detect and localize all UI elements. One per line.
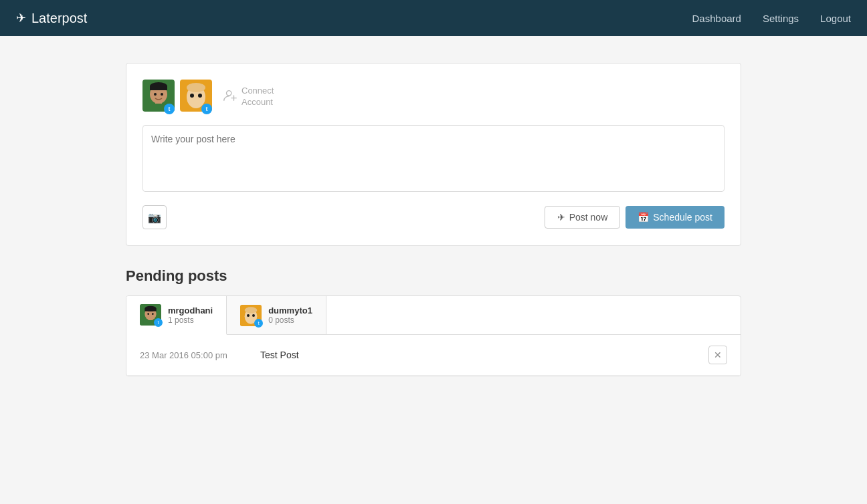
post-now-button[interactable]: ✈ Post now bbox=[545, 206, 621, 229]
pending-card: t mrgodhani 1 posts bbox=[126, 295, 741, 376]
svg-point-28 bbox=[245, 307, 258, 313]
post-now-label: Post now bbox=[569, 212, 608, 223]
main-content: t t bbox=[112, 63, 755, 376]
tab-posts-count-1: 1 posts bbox=[168, 316, 213, 325]
svg-point-10 bbox=[190, 94, 194, 98]
svg-point-26 bbox=[247, 314, 250, 317]
user-tab-mrgodhani[interactable]: t mrgodhani 1 posts bbox=[126, 296, 227, 335]
account-avatar-1[interactable]: t bbox=[142, 80, 175, 114]
pending-posts-title: Pending posts bbox=[126, 267, 741, 285]
svg-point-12 bbox=[187, 83, 205, 92]
nav-dashboard[interactable]: Dashboard bbox=[692, 13, 741, 24]
right-buttons: ✈ Post now 📅 Schedule post bbox=[545, 206, 725, 229]
tab-posts-count-2: 0 posts bbox=[268, 316, 312, 325]
post-text: Test Post bbox=[260, 350, 708, 360]
account-avatar-2[interactable]: t bbox=[180, 80, 212, 114]
user-tabs: t mrgodhani 1 posts bbox=[126, 296, 741, 335]
svg-point-22 bbox=[147, 313, 149, 315]
brand-logo: ✈ Laterpost bbox=[16, 11, 87, 26]
tab-avatar-dummyto1: t bbox=[240, 305, 262, 326]
nav-logout[interactable]: Logout bbox=[820, 13, 851, 24]
twitter-badge-1: t bbox=[164, 104, 175, 114]
svg-point-23 bbox=[152, 313, 154, 315]
tab-twitter-badge-2: t bbox=[254, 319, 263, 328]
schedule-label: Schedule post bbox=[653, 212, 712, 223]
connect-account-btn[interactable]: ConnectAccount bbox=[223, 86, 274, 108]
nav-links: Dashboard Settings Logout bbox=[692, 13, 851, 24]
post-textarea[interactable] bbox=[142, 125, 725, 192]
tab-info-mrgodhani: mrgodhani 1 posts bbox=[168, 305, 213, 325]
post-now-icon: ✈ bbox=[557, 212, 565, 223]
table-row: 23 Mar 2016 05:00 pm Test Post ✕ bbox=[126, 335, 741, 376]
user-tab-dummyto1[interactable]: t dummyto1 0 posts bbox=[227, 296, 326, 334]
post-date: 23 Mar 2016 05:00 pm bbox=[140, 350, 260, 360]
svg-point-11 bbox=[198, 94, 202, 98]
account-row: t t bbox=[142, 80, 725, 114]
svg-point-13 bbox=[227, 90, 231, 95]
calendar-icon: 📅 bbox=[638, 212, 649, 223]
schedule-post-button[interactable]: 📅 Schedule post bbox=[625, 206, 725, 229]
connect-account-label: ConnectAccount bbox=[242, 86, 274, 108]
svg-point-6 bbox=[154, 93, 157, 96]
svg-rect-21 bbox=[144, 309, 156, 311]
svg-point-7 bbox=[161, 93, 163, 96]
nav-settings[interactable]: Settings bbox=[763, 13, 799, 24]
tab-info-dummyto1: dummyto1 0 posts bbox=[268, 305, 312, 325]
send-icon: ✈ bbox=[16, 11, 26, 25]
delete-post-button[interactable]: ✕ bbox=[708, 346, 727, 364]
camera-icon: 📷 bbox=[148, 211, 161, 224]
add-person-icon bbox=[223, 88, 237, 106]
tab-avatar-mrgodhani: t bbox=[140, 304, 161, 326]
twitter-badge-2: t bbox=[201, 104, 212, 114]
tab-twitter-badge-1: t bbox=[154, 318, 163, 327]
brand-name: Laterpost bbox=[31, 11, 87, 26]
tab-username-1: mrgodhani bbox=[168, 305, 213, 316]
camera-button[interactable]: 📷 bbox=[142, 205, 167, 229]
tab-username-2: dummyto1 bbox=[268, 305, 312, 316]
compose-card: t t bbox=[126, 63, 741, 246]
pending-posts-section: Pending posts bbox=[126, 267, 741, 376]
action-bar: 📷 ✈ Post now 📅 Schedule post bbox=[142, 205, 725, 229]
navbar: ✈ Laterpost Dashboard Settings Logout bbox=[0, 0, 867, 36]
svg-point-27 bbox=[252, 314, 255, 317]
svg-rect-5 bbox=[150, 86, 167, 90]
